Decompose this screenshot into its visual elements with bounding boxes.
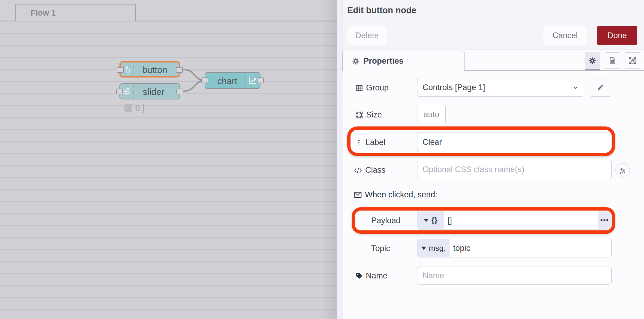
tab-bar-stub [0,0,15,20]
tab-properties[interactable]: Properties [342,51,465,71]
class-input[interactable] [417,160,611,179]
button-input-port[interactable] [117,67,124,73]
topic-value-wrap [450,239,611,257]
label-input[interactable] [417,132,611,152]
tray-title: Edit button node [347,5,416,15]
button-output-port[interactable] [176,67,183,73]
flow-tab-label: Flow 1 [31,8,56,18]
class-input-wrap [417,160,612,179]
node-chart[interactable]: chart [205,72,260,89]
dropdown-triangle-icon [421,247,426,250]
tab-row-divider [465,70,644,71]
appearance-section-button[interactable] [625,52,640,69]
slider-node-label: slider [143,87,164,97]
payload-expand-button[interactable]: ••• [598,211,611,229]
group-grid-icon [355,84,363,92]
payload-field-label: Payload [371,216,401,225]
tag-icon [355,272,363,280]
payload-type-select[interactable]: {} [417,211,444,229]
chart-output-port[interactable] [257,77,264,83]
when-clicked-heading: When clicked, send: [354,190,438,199]
envelope-icon [354,191,362,199]
slider-input-port[interactable] [116,89,123,94]
delete-button[interactable]: Delete [347,26,387,45]
button-node-label: button [142,65,167,75]
node-red-editor: Flow 1 button [0,0,644,319]
dropdown-triangle-icon [424,219,429,222]
tab-flow-1[interactable]: Flow 1 [15,4,136,21]
chart-input-port[interactable] [201,77,208,83]
ellipsis-icon: ••• [600,216,609,224]
name-field-label: Name [355,271,387,281]
size-bounds-icon [355,111,363,119]
properties-tab-label: Properties [363,56,404,66]
group-select-value: Controls [Page 1] [417,83,572,92]
topic-typed-input: msg. [417,239,612,257]
payload-input[interactable] [444,211,598,229]
properties-section-button[interactable] [585,52,600,69]
edit-group-button[interactable] [590,78,611,97]
slider-badge-text: 6 | [135,103,145,113]
slider-badge-box [124,104,132,112]
done-button[interactable]: Done [597,26,637,45]
canvas-vertical-scrollbar[interactable] [337,0,342,319]
msg-prefix: msg. [429,244,446,253]
label-input-wrap [417,132,612,152]
size-auto-button[interactable]: auto [417,105,446,124]
node-slider[interactable]: slider [119,83,180,99]
description-section-button[interactable] [605,52,620,69]
chart-node-label: chart [217,76,237,86]
name-input[interactable] [417,266,611,284]
class-field-label: Class [354,166,386,175]
label-field-label: Label [355,138,385,147]
slider-output-port[interactable] [176,89,183,94]
pencil-icon [597,84,604,91]
flow-canvas[interactable]: Flow 1 button [0,0,337,319]
ibeam-cursor-icon [355,139,363,147]
group-select[interactable]: Controls [Page 1] [417,78,584,97]
cancel-button[interactable]: Cancel [543,26,587,45]
name-input-wrap [417,266,612,285]
topic-type-select[interactable]: msg. [417,239,450,257]
payload-value-wrap [444,211,598,229]
gear-icon [352,57,360,65]
chevron-down-icon [572,84,579,91]
payload-typed-input: {} ••• [417,211,612,229]
json-type-icon: {} [431,216,437,225]
fx-badge: fx [615,163,630,178]
node-button[interactable]: button [119,61,180,77]
size-field-label: Size [355,110,382,120]
code-icon [354,167,362,174]
group-field-label: Group [355,83,389,93]
active-section-underline [585,69,600,71]
topic-field-label: Topic [371,244,390,253]
topic-input[interactable] [450,239,611,257]
